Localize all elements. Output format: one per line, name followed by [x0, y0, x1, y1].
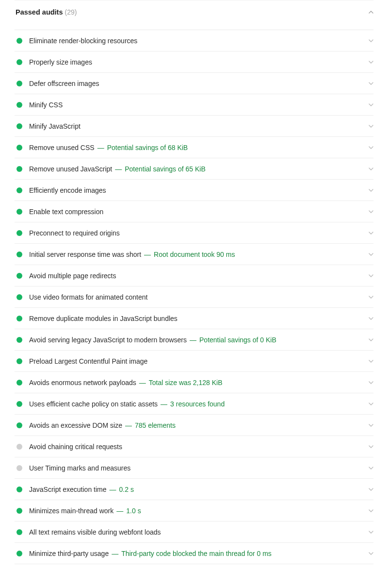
audit-row[interactable]: Properly size images: [15, 51, 373, 73]
status-pass-icon: [16, 551, 22, 556]
audit-row[interactable]: Minimize third-party usage—Third-party c…: [15, 543, 373, 564]
passed-audits-section-header[interactable]: Passed audits (29): [15, 0, 373, 30]
audit-row[interactable]: Enable text compression: [15, 201, 373, 222]
audit-detail: 1.0 s: [126, 507, 141, 515]
detail-separator: —: [112, 550, 118, 557]
chevron-down-icon: [369, 316, 373, 321]
audit-row[interactable]: Eliminate render-blocking resources: [15, 30, 373, 51]
audit-detail: 3 resources found: [170, 400, 225, 408]
audit-title: All text remains visible during webfont …: [29, 528, 161, 536]
audit-row[interactable]: JavaScript execution time—0.2 s: [15, 479, 373, 500]
audit-title: Remove unused CSS: [29, 144, 95, 151]
status-pass-icon: [16, 273, 22, 279]
status-pass-icon: [16, 294, 22, 300]
audit-row[interactable]: Minimizes main-thread work—1.0 s: [15, 500, 373, 521]
detail-separator: —: [139, 379, 146, 386]
chevron-down-icon: [369, 337, 373, 342]
detail-separator: —: [97, 144, 104, 151]
status-pass-icon: [16, 337, 22, 343]
chevron-down-icon: [369, 444, 373, 449]
status-pass-icon: [16, 38, 22, 44]
audit-row[interactable]: All text remains visible during webfont …: [15, 521, 373, 543]
status-info-icon: [16, 465, 22, 471]
passed-audits-panel: Passed audits (29) Eliminate render-bloc…: [0, 0, 388, 564]
audit-title: Avoid chaining critical requests: [29, 443, 122, 451]
status-pass-icon: [16, 316, 22, 321]
chevron-down-icon: [369, 530, 373, 535]
chevron-down-icon: [369, 466, 373, 470]
chevron-up-icon: [369, 10, 373, 15]
audit-row[interactable]: Preload Largest Contentful Paint image: [15, 351, 373, 372]
audit-title: Defer offscreen images: [29, 80, 99, 87]
audit-detail: Potential savings of 65 KiB: [125, 165, 206, 173]
audit-title: Preload Largest Contentful Paint image: [29, 357, 147, 365]
detail-separator: —: [161, 400, 167, 408]
chevron-down-icon: [369, 295, 373, 300]
chevron-down-icon: [369, 231, 373, 235]
chevron-down-icon: [369, 81, 373, 86]
detail-separator: —: [115, 165, 122, 173]
audit-title: User Timing marks and measures: [29, 464, 130, 472]
audit-row[interactable]: Use video formats for animated content: [15, 286, 373, 308]
audit-title: Preconnect to required origins: [29, 229, 120, 237]
audit-row[interactable]: Avoid serving legacy JavaScript to moder…: [15, 329, 373, 351]
audit-row[interactable]: Minify JavaScript: [15, 116, 373, 137]
audit-title: Eliminate render-blocking resources: [29, 37, 137, 45]
audit-row[interactable]: Avoids an excessive DOM size—785 element…: [15, 415, 373, 436]
chevron-down-icon: [369, 487, 373, 492]
section-title: Passed audits: [16, 8, 63, 16]
audit-row[interactable]: Avoid chaining critical requests: [15, 436, 373, 457]
audit-row[interactable]: Uses efficient cache policy on static as…: [15, 393, 373, 415]
status-pass-icon: [16, 145, 22, 151]
status-pass-icon: [16, 487, 22, 492]
detail-separator: —: [144, 251, 151, 258]
chevron-down-icon: [369, 102, 373, 107]
detail-separator: —: [125, 421, 132, 429]
audit-row[interactable]: Remove unused JavaScript—Potential savin…: [15, 158, 373, 180]
audit-title: Efficiently encode images: [29, 186, 106, 194]
audit-row[interactable]: Defer offscreen images: [15, 73, 373, 94]
audit-row[interactable]: Remove duplicate modules in JavaScript b…: [15, 308, 373, 329]
audit-title: Uses efficient cache policy on static as…: [29, 400, 158, 408]
section-count: (29): [65, 8, 77, 16]
status-pass-icon: [16, 102, 22, 108]
status-pass-icon: [16, 59, 22, 65]
status-pass-icon: [16, 252, 22, 257]
audit-title: Avoids enormous network payloads: [29, 379, 136, 386]
audit-detail: 0.2 s: [119, 486, 134, 493]
audit-detail: Third-party code blocked the main thread…: [121, 550, 272, 557]
chevron-down-icon: [369, 402, 373, 406]
audit-row[interactable]: Efficiently encode images: [15, 180, 373, 201]
audit-title: Initial server response time was short: [29, 251, 141, 258]
audit-row[interactable]: Avoids enormous network payloads—Total s…: [15, 372, 373, 393]
chevron-down-icon: [369, 359, 373, 364]
status-pass-icon: [16, 81, 22, 86]
audit-title: Enable text compression: [29, 208, 103, 216]
audit-detail: Potential savings of 68 KiB: [107, 144, 188, 151]
chevron-down-icon: [369, 60, 373, 65]
audit-row[interactable]: Minify CSS: [15, 94, 373, 116]
status-pass-icon: [16, 209, 22, 215]
audit-detail: Potential savings of 0 KiB: [199, 336, 276, 344]
audit-row[interactable]: Preconnect to required origins: [15, 222, 373, 244]
detail-separator: —: [190, 336, 196, 344]
audit-title: Use video formats for animated content: [29, 293, 147, 301]
audit-detail: 785 elements: [135, 421, 176, 429]
chevron-down-icon: [369, 423, 373, 428]
audit-title: Avoid multiple page redirects: [29, 272, 116, 280]
chevron-down-icon: [369, 145, 373, 150]
audit-row[interactable]: Remove unused CSS—Potential savings of 6…: [15, 137, 373, 158]
status-pass-icon: [16, 380, 22, 386]
audit-title: Avoid serving legacy JavaScript to moder…: [29, 336, 187, 344]
audit-row[interactable]: Initial server response time was short—R…: [15, 244, 373, 265]
status-pass-icon: [16, 123, 22, 129]
chevron-down-icon: [369, 38, 373, 43]
audit-row[interactable]: User Timing marks and measures: [15, 457, 373, 479]
audit-row[interactable]: Avoid multiple page redirects: [15, 265, 373, 286]
status-info-icon: [16, 444, 22, 450]
audit-detail: Root document took 90 ms: [154, 251, 235, 258]
chevron-down-icon: [369, 209, 373, 214]
audit-title: Minimize third-party usage: [29, 550, 109, 557]
chevron-down-icon: [369, 380, 373, 385]
audit-title: Properly size images: [29, 58, 92, 66]
